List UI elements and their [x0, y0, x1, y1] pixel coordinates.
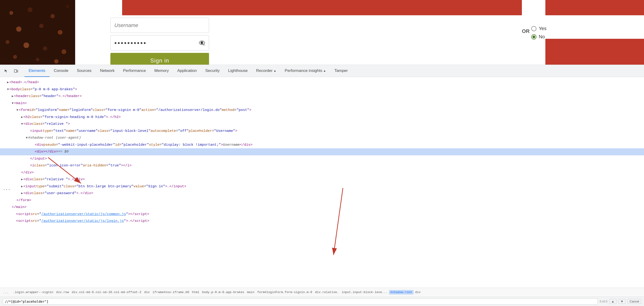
- tree-script-login[interactable]: <script src="/authorizationserver/static…: [0, 218, 644, 225]
- tree-div-relative[interactable]: ▼<div class="relative ">: [0, 121, 644, 128]
- red-bar-top: [122, 0, 522, 15]
- breadcrumb-div-relative[interactable]: div.relative.: [314, 290, 340, 294]
- tree-input-submit[interactable]: ▶<input type="submit" class="btn btn-lar…: [0, 183, 644, 190]
- search-count: 0 of 0: [600, 300, 607, 303]
- search-up-button[interactable]: ▲: [609, 299, 616, 304]
- tab-elements[interactable]: Elements: [24, 65, 50, 77]
- breadcrumb-div[interactable]: div: [143, 290, 151, 294]
- tab-recorder[interactable]: Recorder ▲: [252, 65, 281, 77]
- red-bar-bottom-right: [545, 39, 644, 65]
- breadcrumb-input[interactable]: input.input-block-leve...: [340, 290, 389, 294]
- breadcrumb-div-col[interactable]: div.col-md-8.col-sm-10.col-md-offset-2: [70, 290, 142, 294]
- radio-yes-circle: [531, 26, 536, 31]
- breadcrumb-html[interactable]: html: [190, 290, 200, 294]
- login-form: •••••••••• 👁‍🗨 Sign in: [110, 18, 209, 68]
- radio-yes[interactable]: Yes: [531, 26, 546, 31]
- radio-no-label: No: [539, 34, 545, 40]
- breadcrumb-main[interactable]: main: [246, 290, 256, 294]
- svg-rect-0: [14, 70, 17, 72]
- tree-form[interactable]: ▼<form id="loginForm" name="loginForm" c…: [0, 107, 644, 114]
- tree-main[interactable]: ▼<main>: [0, 100, 644, 107]
- html-tree[interactable]: ▶<head>…</head> ▼<body class="p-0 m-0 ap…: [0, 77, 644, 288]
- tree-icon-error[interactable]: <i class="icon icon-error" aria-hidden="…: [0, 162, 644, 169]
- or-text: OR: [522, 28, 530, 34]
- tree-close-main[interactable]: </main>: [0, 204, 644, 211]
- tab-security[interactable]: Security: [201, 65, 224, 77]
- coffee-beans-bg: [0, 0, 75, 65]
- tree-close-input[interactable]: </input>: [0, 155, 644, 162]
- cursor-icon[interactable]: [2, 67, 10, 75]
- password-dots: ••••••••••: [114, 39, 199, 47]
- devtools-tabs: Elements Console Sources Network Perform…: [24, 65, 352, 77]
- perf-insights-icon: ▲: [323, 69, 326, 72]
- tree-head[interactable]: ▶<head>…</head>: [0, 79, 644, 86]
- tree-div-relative2[interactable]: ▶<div class="relative ">…</div>: [0, 176, 644, 183]
- devtools-toolbar: Elements Console Sources Network Perform…: [0, 65, 644, 77]
- breadcrumb-iframe[interactable]: iframe#sso-iframe.b0: [151, 290, 190, 294]
- device-toggle-icon[interactable]: [12, 67, 20, 75]
- toolbar-icons: [2, 67, 20, 75]
- devtools-panel: Elements Console Sources Network Perform…: [0, 65, 644, 306]
- devtools-breadcrumb: ... .login.wrapper--signin div.row div.c…: [0, 288, 644, 296]
- eye-icon[interactable]: 👁‍🗨: [199, 40, 205, 46]
- tab-tamper[interactable]: Tamper: [330, 65, 352, 77]
- breadcrumb-ellipsis[interactable]: ...: [2, 290, 10, 295]
- tab-performance-insights[interactable]: Performance insights ▲: [280, 65, 330, 77]
- radio-group: Yes No: [531, 26, 546, 40]
- tree-body[interactable]: ▼<body class="p-0 m-0 app-brakes">: [0, 86, 644, 93]
- username-input[interactable]: [110, 18, 209, 33]
- tab-network[interactable]: Network: [96, 65, 119, 77]
- tree-close-div1[interactable]: </div>: [0, 169, 644, 176]
- right-side: OR Yes No: [522, 0, 644, 65]
- tree-shadow-root[interactable]: ▼#shadow-root (user-agent): [0, 134, 644, 141]
- tree-h2[interactable]: ▶<h2 class="form-signin-heading m-0 hide…: [0, 114, 644, 121]
- devtools-content: ▶<head>…</head> ▼<body class="p-0 m-0 ap…: [0, 77, 644, 288]
- tab-memory[interactable]: Memory: [150, 65, 173, 77]
- cancel-search-button[interactable]: Cancel: [628, 299, 641, 304]
- breadcrumb-login-wrapper[interactable]: .login.wrapper--signin: [12, 290, 55, 294]
- red-bar-right: [545, 0, 644, 15]
- recorder-icon: ▲: [274, 69, 276, 72]
- breadcrumb-shadow-root[interactable]: #shadow-root: [389, 290, 414, 294]
- tree-close-form[interactable]: </form>: [0, 197, 644, 204]
- tree-div-user-password[interactable]: ▶<div class="user-password">…</div>: [0, 190, 644, 197]
- tab-application[interactable]: Application: [173, 65, 201, 77]
- radio-no[interactable]: No: [531, 34, 546, 40]
- search-down-button[interactable]: ▼: [618, 299, 626, 304]
- radio-no-circle: [531, 34, 536, 40]
- tree-div-placeholder[interactable]: <div pseudo="-webkit-input-placeholder" …: [0, 141, 644, 149]
- search-input[interactable]: [3, 298, 598, 304]
- devtools-search-bar: 0 of 0 ▲ ▼ Cancel: [0, 296, 644, 306]
- tree-div-eq-s0[interactable]: <div></div> == $0: [0, 148, 644, 155]
- tab-sources[interactable]: Sources: [72, 65, 96, 77]
- password-field-wrap: •••••••••• 👁‍🗨: [110, 35, 209, 51]
- radio-no-inner: [532, 36, 535, 38]
- tree-input-username[interactable]: <input type="text" name="username" class…: [0, 128, 644, 135]
- tab-lighthouse[interactable]: Lighthouse: [224, 65, 252, 77]
- breadcrumb-div-row[interactable]: div.row: [55, 290, 70, 294]
- breadcrumb-div-final[interactable]: div: [414, 290, 422, 294]
- tab-console[interactable]: Console: [50, 65, 72, 77]
- radio-yes-label: Yes: [539, 26, 546, 31]
- breadcrumb-form[interactable]: form#loginForm.form-signin.m-0: [256, 290, 314, 294]
- breadcrumb-body[interactable]: body.p-0.m-0.app-brakes: [201, 290, 246, 294]
- tree-script-common[interactable]: <script src="/authorizationserver/static…: [0, 211, 644, 218]
- login-area: •••••••••• 👁‍🗨 Sign in: [75, 0, 522, 65]
- svg-rect-1: [17, 70, 18, 72]
- tree-header[interactable]: ▶<header class="header">…</header>: [0, 93, 644, 100]
- tab-performance[interactable]: Performance: [119, 65, 150, 77]
- coffee-image: [0, 0, 75, 65]
